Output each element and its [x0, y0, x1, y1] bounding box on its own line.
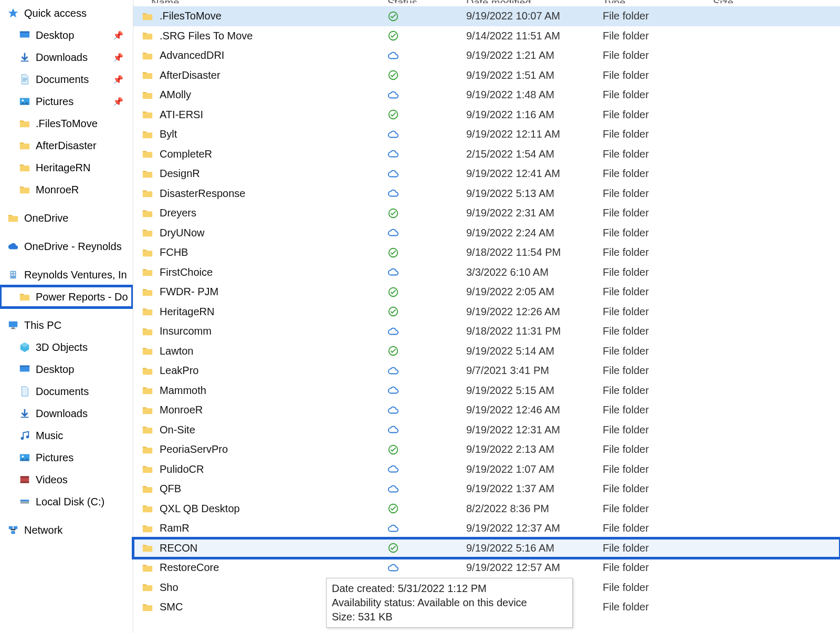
table-row[interactable]: CompleteR2/15/2022 1:54 AMFile folder [133, 144, 840, 164]
table-row[interactable]: AfterDisaster9/19/2022 1:51 AMFile folde… [133, 66, 840, 86]
sidebar-monroeR[interactable]: MonroeR [0, 179, 133, 201]
folder-icon [142, 227, 153, 238]
row-name: DisasterResponse [160, 188, 245, 200]
sidebar-downloads2[interactable]: Downloads [0, 402, 133, 424]
row-status [387, 148, 466, 160]
row-status [387, 306, 466, 317]
sidebar-onedrive-reynolds[interactable]: OneDrive - Reynolds [0, 235, 133, 257]
quick-access[interactable]: Quick access [0, 2, 133, 24]
row-name-cell: FWDR- PJM [141, 286, 387, 298]
table-row[interactable]: DesignR9/19/2022 12:41 AMFile folder [133, 164, 840, 184]
sidebar-pictures2[interactable]: Pictures [0, 447, 133, 469]
table-row[interactable]: RestoreCore9/19/2022 12:57 AMFile folder [133, 558, 840, 578]
table-row[interactable]: PulidoCR9/19/2022 1:07 AMFile folder [133, 460, 840, 480]
folder-icon [142, 483, 153, 495]
table-row[interactable]: Lawton9/19/2022 5:14 AMFile folder [133, 341, 840, 361]
row-name-cell: QXL QB Desktop [141, 503, 387, 515]
table-row[interactable]: Insurcomm9/18/2022 11:31 PMFile folder [133, 321, 840, 341]
star-icon [7, 7, 19, 19]
row-date: 9/19/2022 1:48 AM [466, 89, 603, 101]
table-row[interactable]: FCHB9/18/2022 11:54 PMFile folder [133, 243, 840, 263]
sidebar-afterDisaster[interactable]: AfterDisaster [0, 134, 133, 157]
sidebar-downloads[interactable]: Downloads 📌 [0, 46, 133, 68]
row-type: File folder [603, 89, 713, 101]
row-name-cell: DryUNow [141, 227, 387, 239]
table-row[interactable]: FWDR- PJM9/19/2022 2:05 AMFile folder [133, 282, 840, 302]
table-row[interactable]: MonroeR9/19/2022 12:46 AMFile folder [133, 400, 840, 420]
sidebar-documents[interactable]: Documents 📌 [0, 68, 133, 90]
table-row[interactable]: FirstChoice3/3/2022 6:10 AMFile folder [133, 263, 840, 283]
table-row[interactable]: Mammoth9/19/2022 5:15 AMFile folder [133, 381, 840, 401]
table-row[interactable]: DryUNow9/19/2022 2:24 AMFile folder [133, 223, 840, 243]
cloud-icon [387, 523, 399, 534]
row-type: File folder [603, 582, 713, 594]
row-name-cell: FCHB [141, 246, 387, 258]
cube-icon [19, 341, 30, 353]
sidebar-onedrive[interactable]: OneDrive [0, 207, 133, 229]
row-date: 9/19/2022 5:14 AM [466, 345, 603, 357]
sidebar-power-reports[interactable]: Power Reports - Do [0, 286, 133, 308]
row-status [387, 523, 466, 534]
download-icon [19, 408, 30, 419]
svg-rect-2 [20, 32, 29, 33]
folder-icon [142, 582, 153, 593]
table-row[interactable]: HeritageRN9/19/2022 12:26 AMFile folder [133, 302, 840, 322]
cloud-icon [7, 241, 19, 252]
row-name-cell: Insurcomm [141, 325, 387, 337]
row-type: File folder [603, 601, 713, 613]
sidebar-videos[interactable]: Videos [0, 469, 133, 491]
sidebar-documents2[interactable]: Documents [0, 380, 133, 402]
table-row[interactable]: DisasterResponse9/19/2022 5:13 AMFile fo… [133, 184, 840, 204]
svg-rect-19 [21, 417, 29, 418]
svg-rect-5 [23, 79, 27, 80]
row-type: File folder [603, 424, 713, 436]
sidebar-filesToMove[interactable]: .FilesToMove [0, 112, 133, 134]
sidebar-desktop[interactable]: Desktop 📌 [0, 24, 133, 46]
table-row[interactable]: RamR9/19/2022 12:37 AMFile folder [133, 518, 840, 538]
row-date: 9/7/2021 3:41 PM [466, 365, 603, 377]
table-row[interactable]: On-Site9/19/2022 12:31 AMFile folder [133, 420, 840, 440]
videos-icon [19, 474, 30, 485]
row-type: File folder [603, 286, 713, 298]
table-row[interactable]: .SRG Files To Move9/14/2022 11:51 AMFile… [133, 26, 840, 46]
folder-icon [142, 11, 153, 22]
row-name-cell: Dreyers [141, 207, 387, 219]
svg-point-23 [22, 455, 24, 458]
folder-icon [142, 306, 153, 317]
row-type: File folder [603, 266, 713, 278]
sidebar-pictures[interactable]: Pictures 📌 [0, 90, 133, 112]
table-row[interactable]: Dreyers9/19/2022 2:31 AMFile folder [133, 203, 840, 223]
sidebar-3d-objects[interactable]: 3D Objects [0, 336, 133, 358]
sidebar-reynolds-ventures[interactable]: Reynolds Ventures, In [0, 264, 133, 286]
table-row[interactable]: Bylt9/19/2022 12:11 AMFile folder [133, 124, 840, 144]
table-row[interactable]: .FilesToMove9/19/2022 10:07 AMFile folde… [133, 6, 840, 26]
row-status [387, 109, 466, 120]
sidebar-power-reports-label: Power Reports - Do [36, 291, 128, 303]
svg-rect-11 [14, 272, 15, 274]
cloud-icon [387, 326, 399, 337]
table-row[interactable]: LeakPro9/7/2021 3:41 PMFile folder [133, 361, 840, 381]
table-row[interactable]: ATI-ERSI9/19/2022 1:16 AMFile folder [133, 105, 840, 125]
download-icon [19, 51, 30, 63]
table-row[interactable]: AdvancedDRI9/19/2022 1:21 AMFile folder [133, 46, 840, 66]
sidebar-desktop2[interactable]: Desktop [0, 358, 133, 380]
table-row[interactable]: QFB9/19/2022 1:37 AMFile folder [133, 479, 840, 499]
pin-icon: 📌 [113, 75, 123, 85]
row-status [387, 286, 466, 298]
synced-icon [387, 444, 399, 455]
sidebar-local-disk[interactable]: Local Disk (C:) [0, 491, 133, 513]
row-name: On-Site [160, 424, 195, 436]
sidebar-network[interactable]: Network [0, 519, 133, 541]
folder-icon [142, 542, 153, 554]
sidebar-this-pc[interactable]: This PC [0, 314, 133, 336]
row-status [387, 326, 466, 337]
sidebar-documents-label: Documents [36, 74, 89, 86]
row-date: 9/19/2022 2:24 AM [466, 227, 603, 239]
table-row[interactable]: QXL QB Desktop8/2/2022 8:36 PMFile folde… [133, 499, 840, 519]
table-row[interactable]: AMolly9/19/2022 1:48 AMFile folder [133, 85, 840, 105]
sidebar-music[interactable]: Music [0, 424, 133, 447]
row-date: 9/19/2022 12:46 AM [466, 404, 603, 416]
table-row[interactable]: RECON9/19/2022 5:16 AMFile folder [133, 538, 840, 558]
sidebar-heritageRN[interactable]: HeritageRN [0, 157, 133, 179]
table-row[interactable]: PeoriaServPro9/19/2022 2:13 AMFile folde… [133, 440, 840, 460]
